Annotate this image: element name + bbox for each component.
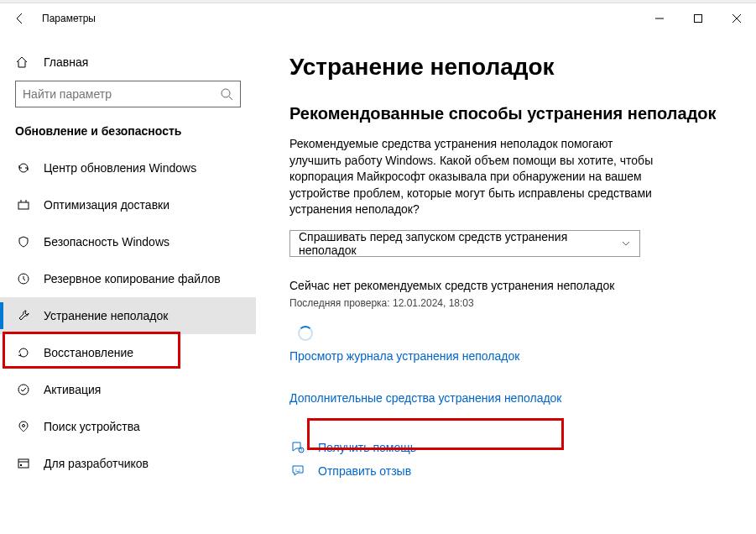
sidebar-item-label: Резервное копирование файлов [44,272,221,285]
home-button[interactable]: Главная [0,50,256,81]
sidebar: Главная Обновление и безопасность Центр … [0,34,256,534]
shield-icon [15,235,32,249]
svg-point-10 [18,385,29,395]
sidebar-item-developers[interactable]: Для разработчиков [0,445,256,482]
delivery-icon [15,198,32,212]
sidebar-item-windows-update[interactable]: Центр обновления Windows [0,149,256,186]
window-title: Параметры [42,13,96,24]
svg-point-11 [23,425,25,427]
sidebar-item-label: Безопасность Windows [44,235,169,249]
svg-text:?: ? [300,448,303,453]
search-box[interactable] [15,81,241,107]
search-icon [220,87,233,101]
sidebar-item-label: Центр обновления Windows [44,161,196,175]
svg-point-19 [299,469,300,469]
category-header: Обновление и безопасность [0,124,256,149]
status-text: Сейчас нет рекомендуемых средств устране… [289,279,722,292]
recovery-icon [15,346,32,359]
sidebar-item-activation[interactable]: Активация [0,371,256,408]
minimize-button[interactable] [640,5,679,32]
sidebar-item-label: Активация [44,383,101,396]
titlebar: Параметры [0,3,756,34]
chevron-down-icon [621,238,631,249]
sidebar-item-troubleshoot[interactable]: Устранение неполадок [0,297,256,334]
get-help-link[interactable]: Получить помощь [318,441,416,454]
history-link[interactable]: Просмотр журнала устранения неполадок [289,349,519,363]
svg-rect-1 [695,15,702,23]
sidebar-item-label: Для разработчиков [44,457,149,470]
svg-rect-12 [18,459,29,468]
feedback-icon [289,463,306,479]
help-icon: ? [289,440,306,455]
backup-icon [15,272,32,285]
close-button[interactable] [717,5,756,32]
troubleshoot-level-dropdown[interactable]: Спрашивать перед запуском средств устран… [289,230,640,257]
svg-point-4 [222,89,230,97]
maximize-button[interactable] [679,5,717,32]
sidebar-item-label: Устранение неполадок [44,309,168,322]
svg-line-5 [229,97,232,100]
page-title: Устранение неполадок [289,54,722,81]
wrench-icon [15,309,32,322]
sidebar-item-windows-security[interactable]: Безопасность Windows [0,223,256,260]
code-icon [15,457,32,470]
check-circle-icon [15,383,32,396]
description-text: Рекомендуемые средства устранения непола… [289,136,659,218]
last-check-text: Последняя проверка: 12.01.2024, 18:03 [289,297,722,309]
sidebar-item-label: Оптимизация доставки [44,198,169,212]
sidebar-item-label: Восстановление [44,346,133,359]
home-icon [15,55,32,69]
sidebar-item-label: Поиск устройства [44,420,140,433]
additional-troubleshooters-link[interactable]: Дополнительные средства устранения непол… [289,391,562,405]
sidebar-item-backup[interactable]: Резервное копирование файлов [0,260,256,297]
section-subtitle: Рекомендованные способы устранения непол… [289,102,722,124]
location-icon [15,420,32,433]
loading-spinner [298,326,313,341]
sidebar-item-find-device[interactable]: Поиск устройства [0,408,256,445]
main-content: Устранение неполадок Рекомендованные спо… [256,34,756,534]
back-button[interactable] [7,5,34,32]
svg-rect-6 [18,202,29,209]
send-feedback-link[interactable]: Отправить отзыв [318,464,411,478]
sidebar-item-recovery[interactable]: Восстановление [0,334,256,371]
dropdown-value: Спрашивать перед запуском средств устран… [299,230,621,257]
home-label: Главная [44,55,88,69]
sidebar-item-delivery-optimization[interactable]: Оптимизация доставки [0,186,256,223]
search-input[interactable] [23,87,220,101]
sync-icon [15,161,32,175]
svg-point-18 [295,469,296,469]
